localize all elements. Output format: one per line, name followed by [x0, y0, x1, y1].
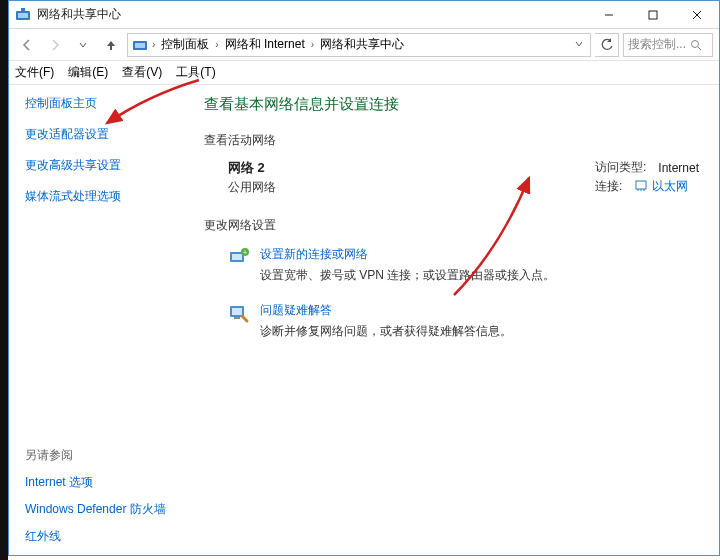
svg-rect-1	[18, 13, 28, 18]
svg-rect-2	[21, 8, 25, 11]
task-troubleshoot-desc: 诊断并修复网络问题，或者获得疑难解答信息。	[260, 323, 512, 340]
svg-line-10	[698, 47, 701, 50]
menu-file[interactable]: 文件(F)	[15, 64, 54, 81]
svg-point-9	[692, 40, 699, 47]
task-new-connection: + 设置新的连接或网络 设置宽带、拨号或 VPN 连接；或设置路由器或接入点。	[204, 246, 699, 284]
address-bar: › 控制面板 › 网络和 Internet › 网络和共享中心 搜索控制...	[9, 29, 719, 61]
forward-button[interactable]	[43, 33, 67, 57]
task-troubleshoot-link[interactable]: 问题疑难解答	[260, 302, 512, 319]
location-icon	[132, 37, 148, 53]
connection-link-ethernet[interactable]: 以太网	[652, 178, 688, 195]
sidebar-link-media-streaming[interactable]: 媒体流式处理选项	[25, 188, 184, 205]
close-button[interactable]	[675, 1, 719, 29]
title-bar: 网络和共享中心	[9, 1, 719, 29]
menu-bar: 文件(F) 编辑(E) 查看(V) 工具(T)	[9, 61, 719, 85]
task-troubleshoot: 问题疑难解答 诊断并修复网络问题，或者获得疑难解答信息。	[204, 302, 699, 340]
menu-edit[interactable]: 编辑(E)	[68, 64, 108, 81]
new-connection-icon: +	[228, 246, 250, 268]
breadcrumb-item[interactable]: 控制面板	[159, 36, 211, 53]
sidebar-link-advanced-sharing[interactable]: 更改高级共享设置	[25, 157, 184, 174]
task-new-connection-desc: 设置宽带、拨号或 VPN 连接；或设置路由器或接入点。	[260, 267, 555, 284]
maximize-button[interactable]	[631, 1, 675, 29]
window-title: 网络和共享中心	[37, 6, 587, 23]
chevron-right-icon[interactable]: ›	[150, 39, 157, 50]
network-type: 公用网络	[228, 179, 276, 196]
svg-rect-20	[232, 308, 242, 315]
access-type-value: Internet	[658, 161, 699, 175]
window-frame: 网络和共享中心 › 控制面板 › 网络和 Internet › 网络和共享中心 …	[8, 0, 720, 556]
chevron-right-icon[interactable]: ›	[213, 39, 220, 50]
svg-rect-11	[636, 181, 646, 189]
body-area: 控制面板主页 更改适配器设置 更改高级共享设置 媒体流式处理选项 另请参阅 In…	[9, 85, 719, 555]
svg-rect-21	[234, 317, 240, 319]
sidebar: 控制面板主页 更改适配器设置 更改高级共享设置 媒体流式处理选项 另请参阅 In…	[9, 85, 184, 555]
network-row: 网络 2 公用网络 访问类型: Internet 连接: 以太网	[204, 159, 699, 197]
chevron-right-icon[interactable]: ›	[309, 39, 316, 50]
menu-tools[interactable]: 工具(T)	[176, 64, 215, 81]
breadcrumb-item[interactable]: 网络和共享中心	[318, 36, 406, 53]
see-also-infrared[interactable]: 红外线	[25, 528, 184, 545]
refresh-button[interactable]	[595, 33, 619, 57]
network-name: 网络 2	[228, 159, 276, 177]
content-area: 查看基本网络信息并设置连接 查看活动网络 网络 2 公用网络 访问类型: Int…	[184, 85, 719, 555]
breadcrumb-item[interactable]: 网络和 Internet	[223, 36, 307, 53]
left-edge-strip	[0, 0, 8, 560]
task-new-connection-link[interactable]: 设置新的连接或网络	[260, 246, 555, 263]
svg-rect-8	[135, 43, 145, 48]
search-icon	[690, 39, 702, 51]
svg-rect-16	[232, 254, 242, 260]
page-title: 查看基本网络信息并设置连接	[204, 95, 699, 114]
menu-view[interactable]: 查看(V)	[122, 64, 162, 81]
troubleshoot-icon	[228, 302, 250, 324]
breadcrumb-bar[interactable]: › 控制面板 › 网络和 Internet › 网络和共享中心	[127, 33, 591, 57]
svg-rect-4	[649, 11, 657, 19]
see-also-internet-options[interactable]: Internet 选项	[25, 474, 184, 491]
active-networks-heading: 查看活动网络	[204, 132, 699, 149]
sidebar-link-adapter-settings[interactable]: 更改适配器设置	[25, 126, 184, 143]
connection-label: 连接:	[595, 178, 622, 195]
see-also-heading: 另请参阅	[25, 447, 184, 464]
access-type-label: 访问类型:	[595, 159, 646, 176]
see-also-section: 另请参阅 Internet 选项 Windows Defender 防火墙 红外…	[25, 447, 184, 545]
svg-text:+: +	[243, 249, 247, 256]
change-settings-heading: 更改网络设置	[204, 217, 699, 234]
recent-dropdown-button[interactable]	[71, 33, 95, 57]
see-also-defender-firewall[interactable]: Windows Defender 防火墙	[25, 501, 184, 518]
app-icon	[15, 7, 31, 23]
search-input[interactable]: 搜索控制...	[623, 33, 713, 57]
sidebar-link-home[interactable]: 控制面板主页	[25, 95, 184, 112]
ethernet-icon	[634, 178, 648, 195]
search-placeholder: 搜索控制...	[628, 36, 686, 53]
up-button[interactable]	[99, 33, 123, 57]
minimize-button[interactable]	[587, 1, 631, 29]
back-button[interactable]	[15, 33, 39, 57]
history-dropdown-button[interactable]	[572, 39, 586, 51]
